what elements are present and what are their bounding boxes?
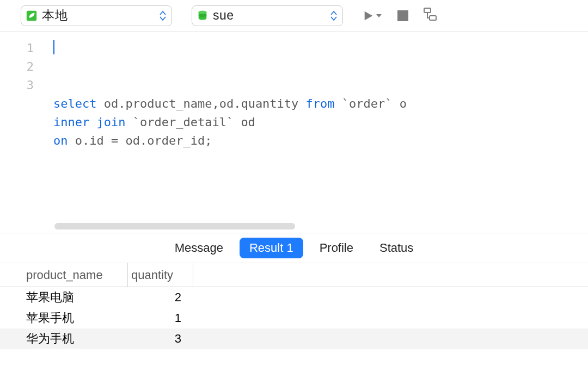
connection-label: 本地 <box>39 7 160 24</box>
tab-profile[interactable]: Profile <box>310 238 363 258</box>
line-gutter: 123 <box>0 32 46 233</box>
code-area[interactable]: select od.product_name,od.quantity from … <box>46 32 588 233</box>
svg-rect-4 <box>424 8 431 13</box>
run-button[interactable] <box>363 10 382 22</box>
line-number: 2 <box>0 58 34 76</box>
cell-quantity: 2 <box>128 287 193 308</box>
leaf-icon <box>24 10 39 22</box>
table-header: product_namequantity <box>0 263 588 287</box>
svg-rect-5 <box>430 16 436 20</box>
database-icon <box>195 10 210 22</box>
cell-product-name: 华为手机 <box>0 328 128 349</box>
column-header[interactable]: quantity <box>128 263 193 287</box>
toolbar: 本地 sue <box>0 0 588 32</box>
scrollbar-thumb[interactable] <box>54 223 295 229</box>
sql-editor[interactable]: 123 select od.product_name,od.quantity f… <box>0 32 588 233</box>
line-number: 1 <box>0 39 34 58</box>
horizontal-scrollbar[interactable] <box>54 223 577 229</box>
code-line: inner join `order_detail` od <box>53 113 583 132</box>
line-number: 3 <box>0 76 34 95</box>
connection-selector[interactable]: 本地 <box>21 5 172 26</box>
stop-button[interactable] <box>397 10 408 21</box>
toolbar-actions <box>363 8 440 24</box>
code-line: on o.id = od.order_id; <box>53 132 583 150</box>
cell-product-name: 苹果电脑 <box>0 287 128 308</box>
table-row[interactable]: 苹果电脑2 <box>0 287 588 308</box>
cell-product-name: 苹果手机 <box>0 308 128 328</box>
cell-quantity: 1 <box>128 308 193 328</box>
text-cursor <box>53 40 54 54</box>
explain-button[interactable] <box>424 8 440 24</box>
svg-point-3 <box>199 10 207 14</box>
result-grid: product_namequantity苹果电脑2苹果手机1华为手机3 <box>0 263 588 349</box>
chevron-updown-icon <box>160 9 168 22</box>
database-selector[interactable]: sue <box>192 5 343 26</box>
svg-point-2 <box>199 14 207 17</box>
chevron-updown-icon <box>330 9 339 22</box>
table-row[interactable]: 苹果手机1 <box>0 308 588 328</box>
cell-quantity: 3 <box>128 328 193 349</box>
tab-message[interactable]: Message <box>165 238 233 258</box>
table-row[interactable]: 华为手机3 <box>0 328 588 349</box>
column-header[interactable]: product_name <box>0 263 128 287</box>
tab-result-1[interactable]: Result 1 <box>240 238 303 258</box>
database-label: sue <box>210 8 330 23</box>
code-line: select od.product_name,od.quantity from … <box>53 95 583 113</box>
result-tabs: MessageResult 1ProfileStatus <box>0 233 588 263</box>
tab-status[interactable]: Status <box>370 238 423 258</box>
